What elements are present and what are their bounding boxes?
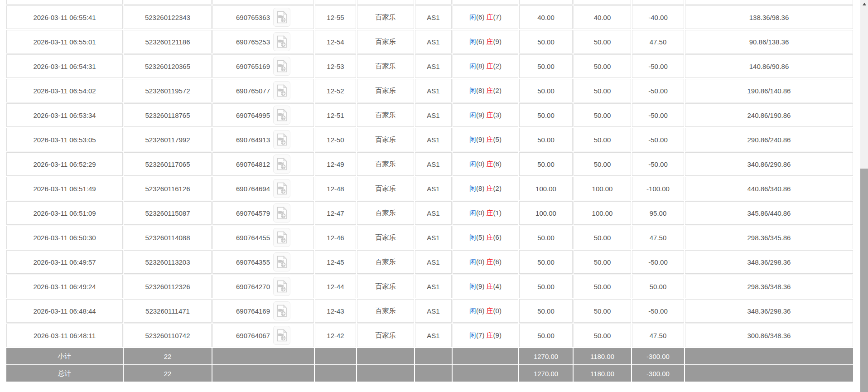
video-replay-button[interactable] bbox=[273, 155, 290, 174]
cell-bet-amount: 50.00 bbox=[519, 226, 573, 249]
video-replay-button[interactable] bbox=[273, 228, 290, 247]
player-label: 闲 bbox=[469, 258, 476, 266]
table-row: 2026-03-11 06:55:41523260122343690765363… bbox=[6, 5, 853, 29]
video-replay-button[interactable] bbox=[273, 203, 290, 223]
cell-valid-amount: 50.00 bbox=[574, 324, 631, 347]
cell-valid-amount: 50.00 bbox=[574, 103, 631, 127]
up-arrow-icon bbox=[863, 3, 866, 5]
vertical-scrollbar[interactable] bbox=[860, 0, 868, 392]
summary-empty-table bbox=[415, 365, 452, 382]
video-replay-button[interactable] bbox=[273, 32, 290, 51]
game-no-wrap: 690764067 bbox=[236, 326, 290, 345]
game-no-text: 690765363 bbox=[236, 14, 270, 21]
cell-result: 闲(9) 庄(4) bbox=[453, 275, 518, 298]
video-replay-button[interactable] bbox=[273, 326, 290, 345]
cell-valid-amount: 50.00 bbox=[574, 79, 631, 102]
cell-balance: 240.86/190.86 bbox=[685, 103, 853, 127]
cell-table-name: AS1 bbox=[415, 324, 452, 347]
player-label: 闲 bbox=[469, 111, 476, 119]
game-no-text: 690764355 bbox=[236, 258, 270, 266]
summary-empty-round bbox=[315, 365, 356, 382]
clipped-cell bbox=[632, 0, 684, 5]
cell-round: 12-53 bbox=[315, 54, 356, 78]
cell-win-loss: -50.00 bbox=[632, 299, 684, 323]
clipped-cell bbox=[315, 0, 356, 5]
banker-score: (6) bbox=[493, 160, 502, 168]
player-score: (5) bbox=[476, 233, 484, 241]
video-replay-button[interactable] bbox=[273, 179, 290, 198]
game-no-wrap: 690764913 bbox=[236, 130, 290, 149]
cell-game-no: 690764913 bbox=[212, 128, 314, 151]
video-replay-button[interactable] bbox=[273, 106, 290, 125]
cell-bet-amount: 50.00 bbox=[519, 152, 573, 176]
cell-bet-time: 2026-03-11 06:54:31 bbox=[6, 54, 123, 78]
cell-balance: 140.86/90.86 bbox=[685, 54, 853, 78]
banker-label: 庄 bbox=[487, 331, 493, 339]
video-replay-button[interactable] bbox=[273, 301, 290, 320]
table-row: 2026-03-11 06:53:34523260118765690764995… bbox=[6, 103, 853, 127]
cell-game-no: 690764169 bbox=[212, 299, 314, 323]
cell-game-type: 百家乐 bbox=[357, 54, 414, 78]
banker-label: 庄 bbox=[487, 62, 493, 70]
cell-bet-amount: 50.00 bbox=[519, 79, 573, 102]
cell-valid-amount: 50.00 bbox=[574, 275, 631, 298]
game-no-text: 690765253 bbox=[236, 38, 270, 46]
cell-valid-amount: 50.00 bbox=[574, 128, 631, 151]
cell-bet-time: 2026-03-11 06:53:34 bbox=[6, 103, 123, 127]
summary-empty-game-no bbox=[212, 348, 314, 364]
player-label: 闲 bbox=[469, 233, 476, 241]
scrollbar-thumb[interactable] bbox=[860, 169, 868, 392]
table-row: 2026-03-11 06:51:09523260115087690764579… bbox=[6, 201, 853, 225]
player-score: (0) bbox=[476, 160, 484, 168]
cell-win-loss: -50.00 bbox=[632, 54, 684, 78]
cell-game-type: 百家乐 bbox=[357, 177, 414, 200]
player-label: 闲 bbox=[469, 184, 476, 192]
video-replay-button[interactable] bbox=[273, 252, 290, 271]
scroll-up-button[interactable] bbox=[860, 0, 868, 8]
cell-round: 12-42 bbox=[315, 324, 356, 347]
video-replay-button[interactable] bbox=[273, 8, 290, 27]
video-replay-button[interactable] bbox=[273, 57, 290, 76]
cell-win-loss: -50.00 bbox=[632, 103, 684, 127]
cell-win-loss: 47.50 bbox=[632, 324, 684, 347]
game-no-wrap: 690764694 bbox=[236, 179, 290, 198]
player-score: (7) bbox=[476, 331, 484, 339]
cell-bet-amount: 50.00 bbox=[519, 103, 573, 127]
player-score: (9) bbox=[476, 282, 484, 290]
player-label: 闲 bbox=[469, 160, 476, 168]
cell-game-no: 690764355 bbox=[212, 250, 314, 274]
cell-table-name: AS1 bbox=[415, 275, 452, 298]
cell-table-name: AS1 bbox=[415, 201, 452, 225]
cell-game-no: 690764694 bbox=[212, 177, 314, 200]
video-replay-button[interactable] bbox=[273, 277, 290, 296]
cell-round: 12-51 bbox=[315, 103, 356, 127]
player-score: (9) bbox=[476, 111, 484, 119]
game-no-wrap: 690765363 bbox=[236, 8, 290, 27]
cell-win-loss: -40.00 bbox=[632, 5, 684, 29]
table-row: 2026-03-11 06:48:44523260111471690764169… bbox=[6, 299, 853, 323]
player-label: 闲 bbox=[469, 13, 476, 21]
betting-records-table: 2026-03-11 06:55:41523260122343690765363… bbox=[5, 0, 854, 382]
video-replay-button[interactable] bbox=[273, 81, 290, 100]
clipped-cell bbox=[124, 0, 212, 5]
cell-bet-amount: 50.00 bbox=[519, 30, 573, 53]
video-file-icon bbox=[276, 231, 287, 244]
player-label: 闲 bbox=[469, 282, 476, 290]
banker-score: (9) bbox=[493, 38, 502, 45]
banker-score: (9) bbox=[493, 331, 502, 339]
cell-game-type: 百家乐 bbox=[357, 299, 414, 323]
video-file-icon bbox=[276, 329, 287, 342]
video-replay-button[interactable] bbox=[273, 130, 290, 149]
total-row: 总计221270.001180.00-300.00 bbox=[6, 365, 853, 382]
table-row: 2026-03-11 06:49:57523260113203690764355… bbox=[6, 250, 853, 274]
cell-table-name: AS1 bbox=[415, 177, 452, 200]
cell-game-type: 百家乐 bbox=[357, 79, 414, 102]
banker-score: (7) bbox=[493, 13, 502, 21]
cell-result: 闲(6) 庄(7) bbox=[453, 5, 518, 29]
game-no-wrap: 690764270 bbox=[236, 277, 290, 296]
cell-bet-amount: 50.00 bbox=[519, 54, 573, 78]
summary-valid-total: 1180.00 bbox=[574, 365, 631, 382]
cell-bet-time: 2026-03-11 06:49:57 bbox=[6, 250, 123, 274]
cell-round: 12-50 bbox=[315, 128, 356, 151]
video-file-icon bbox=[276, 280, 287, 293]
